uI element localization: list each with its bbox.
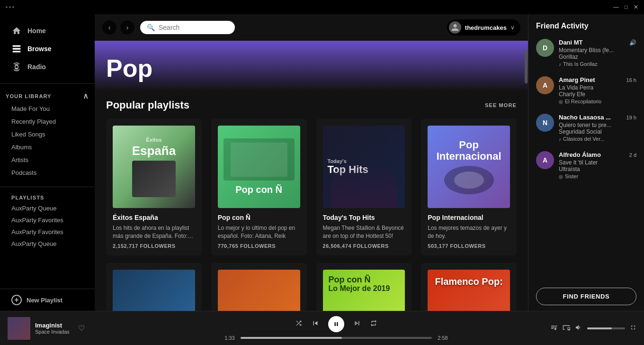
playlist-cover-popn2019: Pop con Ñ Lo Mejor de 2019	[323, 270, 405, 311]
previous-button[interactable]	[311, 319, 320, 329]
close-button[interactable]: ✕	[634, 4, 638, 10]
playlist-item-aux2[interactable]: AuxParty Favorites	[0, 214, 95, 226]
playlist-item-aux4[interactable]: AuxParty Queue	[0, 238, 95, 250]
speaker-icon-dani: 🔊	[629, 39, 636, 46]
sidebar-item-albums[interactable]: Albums	[0, 141, 95, 154]
friend-avatar-dani: D	[536, 39, 554, 57]
library-collapse-icon[interactable]: ∧	[83, 91, 89, 100]
note-icon-nacho: ♪	[559, 136, 561, 142]
friend-playlist-amarg: El Recopilatorio	[565, 99, 601, 104]
sidebar-item-radio[interactable]: Radio	[6, 58, 89, 76]
playlist-followers-popintl: 503,177 FOLLOWERS	[428, 243, 510, 249]
user-profile[interactable]: thedrumcakes ∨	[447, 19, 520, 36]
friend-name-alfredo: Alfredo Álamo	[559, 151, 601, 158]
queue-button[interactable]	[550, 324, 558, 333]
svg-rect-0	[13, 45, 21, 47]
friend-track-nacho: Quiero tener tu pre...	[559, 122, 636, 128]
fullscreen-button[interactable]	[630, 324, 636, 332]
playlist-card-popn[interactable]: Pop con Ñ Pop con Ñ Lo mejor y lo último…	[211, 119, 307, 255]
repeat-button[interactable]	[370, 319, 377, 328]
scrollbar[interactable]	[524, 41, 528, 311]
play-pause-button[interactable]	[328, 316, 344, 332]
topbar: ‹ › 🔍 thedrumcakes ∨	[95, 14, 528, 41]
search-input[interactable]	[159, 24, 225, 31]
np-right	[532, 324, 636, 333]
playlist-card-popclasico[interactable]: Pop Clásico	[106, 263, 202, 311]
playlist-name-exitos: Éxitos España	[113, 214, 195, 221]
now-playing-bar: Imaginist Space Invadas ♡	[0, 311, 644, 345]
maximize-button[interactable]: □	[625, 4, 628, 10]
window-chrome: — □ ✕	[0, 0, 644, 14]
search-icon: 🔍	[147, 24, 155, 31]
page-title: Pop	[106, 55, 517, 82]
forward-button[interactable]: ›	[120, 20, 134, 35]
friend-name-amarg: Amarg Pinet	[559, 76, 595, 83]
playlist-name-popn: Pop con Ñ	[218, 214, 300, 221]
find-friends-button[interactable]: FIND FRIENDS	[536, 288, 636, 305]
friend-name-dani: Dani MT	[559, 39, 583, 46]
friend-artist-dani: Gorillaz	[559, 54, 636, 60]
friend-activity-panel: Friend Activity D Dani MT 🔊 Momentary Bl…	[528, 14, 644, 311]
back-button[interactable]: ‹	[102, 20, 116, 35]
np-controls	[295, 316, 377, 332]
volume-icon	[575, 324, 582, 333]
devices-button[interactable]	[563, 324, 570, 333]
popular-playlists-section: Popular playlists SEE MORE Éxitos España	[95, 91, 528, 263]
next-button[interactable]	[353, 319, 361, 329]
playlist-card-popn2019[interactable]: Pop con Ñ Lo Mejor de 2019	[316, 263, 412, 311]
sidebar-item-podcasts[interactable]: Podcasts	[0, 166, 95, 179]
playlist-followers-exitos: 2,152,717 FOLLOWERS	[113, 243, 195, 249]
playlist-card-exitos[interactable]: Éxitos España Éxitos España Los hits de …	[106, 119, 202, 255]
friend-item-amarg: A Amarg Pinet 16 h La Vida Perra Charly …	[528, 72, 644, 109]
friend-avatar-amarg: A	[536, 76, 554, 94]
progress-fill	[241, 337, 342, 339]
sidebar-item-made-for-you[interactable]: Made For You	[0, 102, 95, 115]
sidebar-item-recently-played[interactable]: Recently Played	[0, 115, 95, 128]
minimize-button[interactable]: —	[613, 4, 619, 10]
artist-name: Space Invadas	[35, 329, 70, 335]
album-art	[8, 317, 30, 340]
friend-name-nacho: Nacho Lasaosa ...	[559, 114, 611, 121]
avatar	[449, 21, 461, 34]
playlist-grid-1: Éxitos España Éxitos España Los hits de …	[106, 119, 517, 255]
np-progress[interactable]: 1:33 2:58	[223, 335, 450, 341]
sidebar: Home Browse	[0, 14, 95, 311]
playlist-card-tophits[interactable]: Today's Top Hits Today's Top Hits Megan …	[316, 119, 412, 255]
playlist-card-popintl[interactable]: PopInternacional Pop Internacional Los m…	[421, 119, 517, 255]
friend-artist-alfredo: Ultraísta	[559, 166, 636, 172]
friend-time-nacho: 19 h	[626, 115, 636, 120]
section-title-popular: Popular playlists	[106, 99, 189, 111]
friend-artist-nacho: Seguridad Social	[559, 128, 636, 135]
new-playlist-button[interactable]: + New Playlist	[0, 289, 95, 311]
svg-rect-1	[13, 48, 21, 49]
playlist-name-tophits: Today's Top Hits	[323, 214, 405, 221]
sidebar-item-artists[interactable]: Artists	[0, 154, 95, 166]
playlist-item-aux1[interactable]: AuxParty Queue	[0, 202, 95, 214]
playlist-cover-flamencop2: Flamenco Pop:	[428, 270, 510, 311]
see-more-button[interactable]: SEE MORE	[485, 102, 517, 108]
volume-bar[interactable]	[587, 327, 625, 329]
track-name: Imaginist	[35, 322, 70, 329]
progress-bar[interactable]	[241, 337, 432, 339]
playlist-desc-exitos: Los hits de ahora en la playlist más gra…	[113, 224, 195, 240]
shuffle-button[interactable]	[295, 319, 303, 328]
sidebar-item-liked-songs[interactable]: Liked Songs	[0, 128, 95, 141]
friend-activity-heading: Friend Activity	[528, 14, 644, 34]
sidebar-item-home[interactable]: Home	[6, 22, 89, 40]
friend-playlist-nacho: Clásicos del Ver...	[563, 136, 604, 142]
playlist-item-aux3[interactable]: AuxParty Favorites	[0, 226, 95, 238]
friend-item-alfredo: A Alfredo Álamo 2 d Save It 'til Later U…	[528, 146, 644, 184]
playlists-section: PLAYLISTS AuxParty Queue AuxParty Favori…	[0, 191, 95, 289]
playlist-cover-popintl: PopInternacional	[428, 126, 510, 208]
sidebar-item-browse[interactable]: Browse	[6, 40, 89, 58]
total-time: 2:58	[436, 335, 450, 341]
friend-item-nacho: N Nacho Lasaosa ... 19 h Quiero tener tu…	[528, 109, 644, 146]
playlist-card-flamencop[interactable]: Flamenco Pop	[211, 263, 307, 311]
playlist-card-flamencop2[interactable]: Flamenco Pop:	[421, 263, 517, 311]
new-playlist-icon: +	[11, 295, 22, 305]
search-bar[interactable]: 🔍	[140, 21, 235, 34]
friend-playlist-alfredo: Sister	[565, 173, 578, 179]
playlist-desc-popn: Lo mejor y lo último del pop en español.…	[218, 224, 300, 240]
dots-menu[interactable]	[6, 6, 14, 8]
heart-button[interactable]: ♡	[78, 324, 85, 333]
